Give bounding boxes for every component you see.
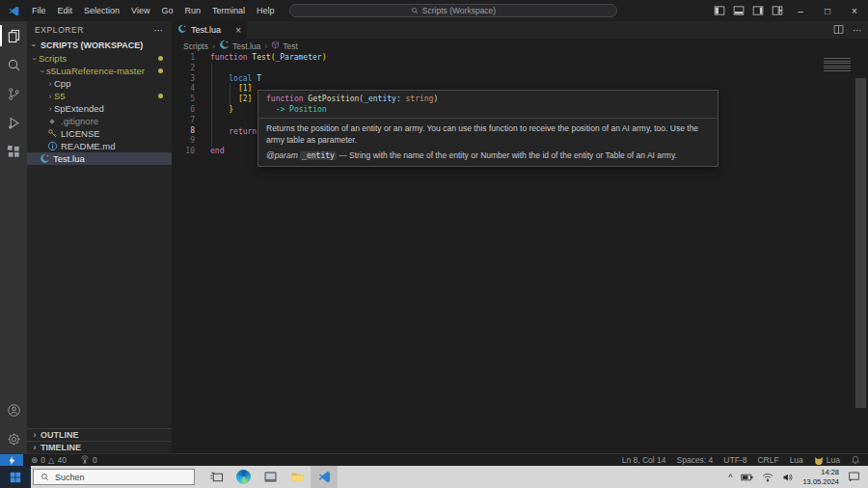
- broadcast-indicator[interactable]: 0: [80, 455, 97, 465]
- close-button[interactable]: ×: [841, 0, 868, 21]
- wifi-icon[interactable]: [762, 469, 773, 486]
- split-editor-icon[interactable]: [833, 24, 844, 37]
- minimap[interactable]: [824, 58, 851, 71]
- cursor-position[interactable]: Ln 8, Col 14: [622, 455, 666, 465]
- tab-label: Test.lua: [191, 25, 221, 35]
- menu-run[interactable]: Run: [178, 0, 206, 21]
- tree-item-label: Test.lua: [53, 153, 85, 164]
- menu-edit[interactable]: Edit: [52, 0, 79, 21]
- breadcrumb-scripts[interactable]: Scripts: [183, 41, 208, 51]
- menu-go[interactable]: Go: [155, 0, 178, 21]
- modified-dot: [158, 56, 163, 61]
- clock-date: 13.05.2024: [802, 477, 839, 486]
- breadcrumb-test[interactable]: Test: [271, 41, 298, 51]
- code-line-3[interactable]: 3 local T: [172, 74, 868, 85]
- menu-selection[interactable]: Selection: [78, 0, 125, 21]
- chevron-right-icon: ›: [46, 93, 54, 100]
- tree-item-cpp[interactable]: ›Cpp: [27, 77, 172, 90]
- customize-layout-icon[interactable]: [768, 0, 787, 21]
- source-control-icon[interactable]: [0, 79, 27, 108]
- system-tray: ^ 14:28 13.05.2024: [728, 468, 868, 486]
- broadcast-icon: [80, 455, 90, 465]
- task-view-icon[interactable]: [203, 466, 230, 488]
- broadcast-count: 0: [93, 455, 97, 465]
- file-tree: ›Scripts›s5LuaReference-master›Cpp›S5›Sp…: [27, 52, 172, 165]
- cat-icon: [814, 456, 824, 465]
- problems-indicator[interactable]: ⊗ 0 △ 40: [31, 455, 67, 465]
- app-window-icon[interactable]: [257, 466, 284, 488]
- chevron-right-icon: ›: [31, 431, 39, 439]
- lua-extension-label: Lua: [827, 455, 840, 465]
- panel-timeline[interactable]: ›TIMELINE: [27, 441, 172, 453]
- chevron-down-icon: ›: [30, 41, 38, 49]
- vscode-taskbar-icon[interactable]: [311, 466, 338, 488]
- sidebar-title-label: EXPLORER: [35, 25, 84, 35]
- warnings-count: 40: [57, 455, 66, 465]
- tree-item-s5luareference-master[interactable]: ›s5LuaReference-master: [27, 65, 172, 77]
- code-token: T: [252, 74, 261, 83]
- command-center-label: Scripts (Workspace): [422, 6, 496, 15]
- tree-item-label: LICENSE: [61, 128, 100, 139]
- taskbar-search[interactable]: Suchen: [33, 469, 195, 485]
- code-area[interactable]: 1function Test(_Parameter)23 local T4 [1…: [172, 53, 868, 453]
- more-actions-icon[interactable]: ⋯: [853, 25, 862, 36]
- tree-item-spextended[interactable]: ›SpExtended: [27, 102, 172, 115]
- sidebar-more-actions-icon[interactable]: ⋯: [153, 25, 164, 36]
- code-line-2[interactable]: 2: [172, 64, 868, 74]
- minimize-button[interactable]: –: [787, 0, 814, 21]
- encoding[interactable]: UTF-8: [723, 455, 746, 465]
- menu-view[interactable]: View: [125, 0, 155, 21]
- settings-gear-icon[interactable]: [0, 424, 27, 453]
- notifications-bell-icon[interactable]: [851, 455, 860, 465]
- maximize-button[interactable]: □: [814, 0, 841, 21]
- tree-item-license[interactable]: LICENSE: [27, 127, 172, 140]
- tree-item-test.lua[interactable]: Test.lua: [27, 152, 172, 165]
- search-icon[interactable]: [0, 50, 27, 79]
- explorer-icon[interactable]: [0, 21, 27, 50]
- account-icon[interactable]: [0, 395, 27, 424]
- workspace-section-header[interactable]: › SCRIPTS (WORKSPACE): [27, 39, 172, 52]
- param-tag: @param: [266, 150, 298, 160]
- language-mode[interactable]: Lua: [790, 455, 803, 465]
- eol[interactable]: CRLF: [757, 455, 778, 465]
- hidden-icons-chevron[interactable]: ^: [728, 473, 732, 482]
- command-center[interactable]: Scripts (Workspace): [289, 4, 617, 17]
- lua-extension-status[interactable]: Lua: [814, 455, 840, 465]
- battery-icon[interactable]: [741, 469, 753, 486]
- tree-item-readme.md[interactable]: README.md: [27, 140, 172, 152]
- clock[interactable]: 14:28 13.05.2024: [802, 468, 839, 486]
- tree-item-scripts[interactable]: ›Scripts: [27, 52, 172, 65]
- code-token: function: [210, 53, 248, 62]
- file-explorer-icon[interactable]: [284, 466, 311, 488]
- toggle-sidebar-icon[interactable]: [710, 0, 729, 21]
- volume-icon[interactable]: [782, 469, 794, 486]
- breadcrumb-test.lua[interactable]: Test.lua: [219, 40, 260, 52]
- tab-test-lua[interactable]: Test.lua ×: [172, 21, 247, 39]
- chevron-right-icon: ›: [46, 80, 54, 88]
- menu-file[interactable]: File: [26, 0, 52, 21]
- toggle-panel-icon[interactable]: [729, 0, 748, 21]
- menu-help[interactable]: Help: [251, 0, 281, 21]
- code-token: ): [322, 53, 327, 62]
- code-line-1[interactable]: 1function Test(_Parameter): [172, 53, 868, 64]
- extensions-icon[interactable]: [0, 137, 27, 166]
- code-token: return: [210, 127, 261, 136]
- indentation[interactable]: Spaces: 4: [677, 455, 714, 465]
- code-token: ]: [248, 84, 253, 93]
- panel-outline[interactable]: ›OUTLINE: [27, 428, 172, 441]
- menu-terminal[interactable]: Terminal: [206, 0, 251, 21]
- toggle-secondary-sidebar-icon[interactable]: [748, 0, 768, 21]
- notification-center-icon[interactable]: [848, 469, 860, 486]
- remote-indicator[interactable]: [0, 454, 23, 466]
- editor-scrollbar[interactable]: [855, 78, 866, 408]
- tree-item-s5[interactable]: ›S5: [27, 90, 172, 102]
- edge-browser-icon[interactable]: [230, 466, 257, 488]
- run-debug-icon[interactable]: [0, 108, 27, 137]
- readme-icon: [46, 141, 58, 151]
- tree-item-.gitignore[interactable]: .gitignore: [27, 115, 172, 127]
- tab-close-icon[interactable]: ×: [235, 25, 241, 36]
- activity-bar: [0, 21, 27, 453]
- start-button[interactable]: [0, 466, 31, 488]
- breadcrumb-label: Test: [283, 41, 298, 51]
- taskbar-apps: [203, 466, 338, 488]
